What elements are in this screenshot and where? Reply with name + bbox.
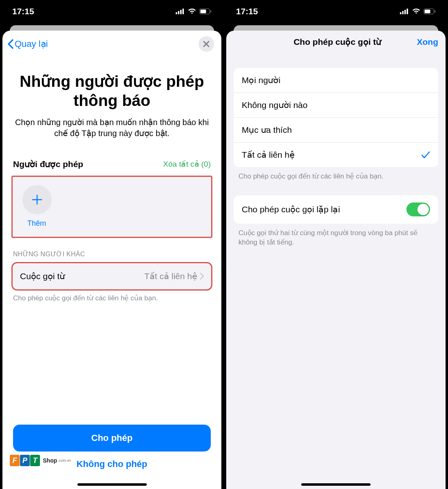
close-button[interactable] [199,36,214,52]
repeat-group: Cho phép cuộc gọi lặp lại [234,195,438,224]
option-label: Không người nào [242,100,307,110]
option-row[interactable]: Không người nào [234,93,438,118]
check-icon [421,151,430,159]
bottom-actions: Cho phép Không cho phép [13,425,211,477]
svg-rect-2 [180,10,182,14]
svg-rect-12 [425,9,430,13]
options-note: Cho phép cuộc gọi đến từ các liên hệ của… [226,167,446,181]
svg-rect-13 [435,10,435,12]
clear-all-button[interactable]: Xóa tất cả (0) [163,159,211,169]
option-row[interactable]: Mục ưa thích [234,118,438,143]
status-icons [400,8,436,14]
allow-button[interactable]: Cho phép [13,425,211,452]
allowed-section-header: Người được phép Xóa tất cả (0) [2,143,221,174]
add-people-card[interactable]: Thêm [11,176,212,238]
left-screen: Quay lại Những người được phép thông báo… [2,31,221,489]
page-title: Những người được phép thông báo [15,72,209,110]
calls-from-note: Cho phép cuộc gọi đến từ các liên hệ của… [2,291,221,303]
calls-from-row[interactable]: Cuộc gọi từ Tất cả liên hệ [11,262,212,291]
svg-rect-9 [404,10,406,14]
back-button[interactable]: Quay lại [7,39,48,49]
status-icons [176,8,212,14]
option-label: Tất cả liên hệ [242,150,295,160]
status-time: 17:15 [236,7,258,16]
repeat-toggle[interactable] [406,203,430,216]
status-time: 17:15 [12,7,34,16]
options-group: Mọi ngườiKhông người nàoMục ưa thíchTất … [234,68,438,167]
battery-icon [424,9,436,14]
chevron-right-icon [200,273,204,280]
svg-rect-6 [210,10,211,12]
chevron-left-icon [7,39,14,49]
option-row[interactable]: Tất cả liên hệ [234,143,438,167]
status-bar: 17:15 [0,0,224,22]
watermark: FPT Shop .com.vn [10,455,71,466]
status-bar: 17:15 [224,0,448,22]
battery-icon [199,9,212,14]
nav-bar: Cho phép cuộc gọi từ Xong [226,31,446,53]
svg-rect-8 [402,11,404,14]
nav-bar: Quay lại [2,31,221,52]
back-label: Quay lại [15,39,48,49]
svg-rect-1 [178,11,180,14]
add-label: Thêm [22,219,201,228]
others-label: NHỮNG NGƯỜI KHÁC [2,238,221,262]
title-block: Những người được phép thông báo Chọn nhữ… [2,52,221,143]
allowed-heading: Người được phép [13,159,83,169]
page-subtitle: Chọn những người mà bạn muốn nhận thông … [15,117,209,139]
right-phone: 17:15 Cho phép cuộc gọi từ Xong Mọi ngườ… [224,0,448,489]
left-phone: 17:15 Quay lại Những người được phép thô… [0,0,224,489]
wifi-icon [188,8,196,14]
add-button[interactable] [22,185,52,214]
svg-rect-0 [176,12,177,14]
svg-rect-10 [407,9,408,14]
page-title: Cho phép cuộc gọi từ [294,37,381,47]
svg-rect-3 [183,9,184,14]
close-icon [203,41,210,47]
calls-from-label: Cuộc gọi từ [20,271,65,281]
option-label: Mục ưa thích [242,125,292,135]
svg-rect-5 [201,9,206,13]
signal-icon [176,9,185,14]
right-screen: Cho phép cuộc gọi từ Xong Mọi ngườiKhông… [226,31,446,489]
repeat-calls-row: Cho phép cuộc gọi lặp lại [234,195,438,224]
option-row[interactable]: Mọi người [234,68,438,93]
plus-icon [31,194,43,205]
done-button[interactable]: Xong [417,37,438,47]
home-indicator[interactable] [77,483,147,486]
repeat-label: Cho phép cuộc gọi lặp lại [242,205,340,214]
wifi-icon [412,8,420,14]
home-indicator[interactable] [301,483,371,486]
signal-icon [400,9,409,14]
repeat-note: Cuộc gọi thứ hai từ cùng một người trong… [226,224,446,247]
svg-rect-7 [400,12,402,14]
calls-from-value: Tất cả liên hệ [144,271,204,281]
option-label: Mọi người [242,75,280,85]
